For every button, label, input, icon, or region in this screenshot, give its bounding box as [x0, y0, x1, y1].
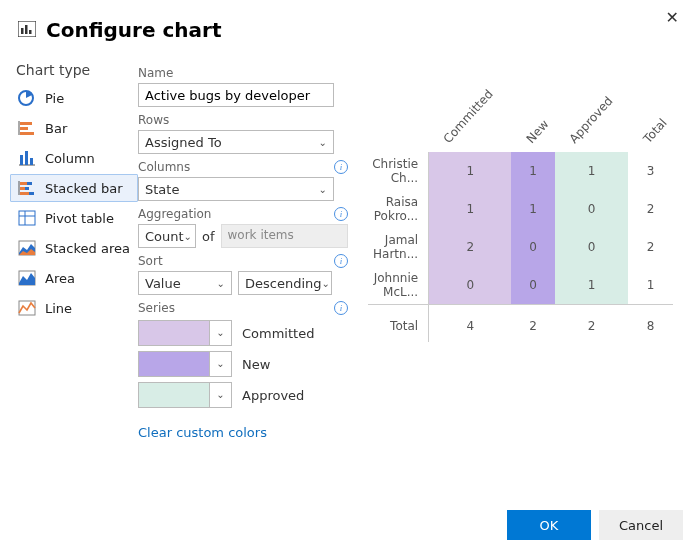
chevron-down-icon: ⌄: [217, 278, 225, 289]
cell: 0: [555, 190, 629, 228]
chart-type-label: Stacked area: [45, 241, 130, 256]
cancel-button[interactable]: Cancel: [599, 510, 683, 540]
svg-rect-12: [30, 158, 33, 165]
row-header-total: Total: [368, 304, 429, 342]
name-label: Name: [138, 66, 348, 80]
ok-button[interactable]: OK: [507, 510, 591, 540]
svg-rect-3: [29, 30, 32, 34]
col-header: Approved: [566, 94, 615, 146]
color-swatch: [139, 321, 209, 345]
cell: 0: [555, 228, 629, 266]
of-value: work items: [221, 224, 348, 248]
series-color-approved[interactable]: ⌄: [138, 382, 232, 408]
table-row: Christie Ch... 1 1 1 3: [368, 152, 673, 190]
chevron-down-icon: ⌄: [209, 383, 231, 407]
svg-rect-14: [20, 182, 27, 185]
cell-total: 2: [555, 304, 629, 342]
chevron-down-icon: ⌄: [319, 137, 327, 148]
chart-type-stacked-area[interactable]: Stacked area: [10, 234, 138, 262]
svg-rect-10: [20, 155, 23, 165]
chart-type-label: Bar: [45, 121, 67, 136]
info-icon[interactable]: i: [334, 207, 348, 221]
name-input[interactable]: [138, 83, 334, 107]
series-name: New: [242, 357, 270, 372]
info-icon[interactable]: i: [334, 301, 348, 315]
chart-type-line[interactable]: Line: [10, 294, 138, 322]
clear-custom-colors-link[interactable]: Clear custom colors: [138, 425, 267, 440]
cell: 1: [511, 152, 554, 190]
rows-label: Rows: [138, 113, 348, 127]
info-icon[interactable]: i: [334, 160, 348, 174]
row-header: Jamal Hartn...: [368, 228, 429, 266]
rows-value: Assigned To: [145, 135, 222, 150]
cell: 0: [511, 266, 554, 304]
chevron-down-icon: ⌄: [322, 278, 330, 289]
table-total-row: Total 4 2 2 8: [368, 304, 673, 342]
chart-type-label: Pivot table: [45, 211, 114, 226]
sort-direction-select[interactable]: Descending ⌄: [238, 271, 332, 295]
cell: 1: [429, 152, 512, 190]
columns-value: State: [145, 182, 179, 197]
pivot-table-preview: Committed New Approved Total Christie Ch…: [368, 94, 673, 342]
chart-preview: Committed New Approved Total Christie Ch…: [348, 54, 673, 440]
cell: 0: [511, 228, 554, 266]
chart-type-area[interactable]: Area: [10, 264, 138, 292]
row-header: Johnnie McL...: [368, 266, 429, 304]
svg-rect-19: [29, 192, 34, 195]
chart-type-column[interactable]: Column: [10, 144, 138, 172]
cell-total: 3: [628, 152, 673, 190]
aggregation-select[interactable]: Count ⌄: [138, 224, 196, 248]
svg-rect-20: [19, 211, 35, 225]
chart-type-pie[interactable]: Pie: [10, 84, 138, 112]
pivot-table-icon: [17, 209, 37, 227]
series-color-new[interactable]: ⌄: [138, 351, 232, 377]
series-color-committed[interactable]: ⌄: [138, 320, 232, 346]
info-icon[interactable]: i: [334, 254, 348, 268]
row-header: Christie Ch...: [368, 152, 429, 190]
svg-rect-18: [20, 192, 29, 195]
chevron-down-icon: ⌄: [319, 184, 327, 195]
of-label: of: [202, 229, 215, 244]
svg-rect-6: [20, 122, 32, 125]
table-row: Jamal Hartn... 2 0 0 2: [368, 228, 673, 266]
stacked-bar-icon: [17, 179, 37, 197]
chevron-down-icon: ⌄: [209, 321, 231, 345]
rows-select[interactable]: Assigned To ⌄: [138, 130, 334, 154]
table-row: Johnnie McL... 0 0 1 1: [368, 266, 673, 304]
color-swatch: [139, 383, 209, 407]
sort-direction-value: Descending: [245, 276, 322, 291]
chart-type-heading: Chart type: [16, 62, 138, 78]
cell: 1: [511, 190, 554, 228]
svg-rect-7: [20, 127, 28, 130]
chevron-down-icon: ⌄: [184, 231, 192, 242]
chart-type-bar[interactable]: Bar: [10, 114, 138, 142]
cell: 0: [429, 266, 512, 304]
cell-total: 2: [628, 228, 673, 266]
sort-by-select[interactable]: Value ⌄: [138, 271, 232, 295]
dialog-title: Configure chart: [46, 18, 221, 42]
columns-select[interactable]: State ⌄: [138, 177, 334, 201]
col-header: Total: [640, 116, 669, 146]
chart-type-stacked-bar[interactable]: Stacked bar: [10, 174, 138, 202]
svg-rect-16: [20, 187, 25, 190]
cell-total: 2: [628, 190, 673, 228]
series-label: Series: [138, 301, 175, 315]
chart-type-label: Column: [45, 151, 95, 166]
chart-type-pivot-table[interactable]: Pivot table: [10, 204, 138, 232]
cell-total: 8: [628, 304, 673, 342]
chart-icon: [18, 21, 36, 40]
chart-type-list: Chart type Pie Bar Column Stacked bar: [10, 54, 138, 440]
stacked-area-icon: [17, 239, 37, 257]
svg-rect-17: [25, 187, 29, 190]
pie-icon: [17, 89, 37, 107]
cell: 1: [555, 152, 629, 190]
cell: 2: [429, 228, 512, 266]
bar-icon: [17, 119, 37, 137]
svg-rect-8: [20, 132, 34, 135]
chart-type-label: Pie: [45, 91, 64, 106]
close-icon[interactable]: ✕: [662, 4, 683, 31]
color-swatch: [139, 352, 209, 376]
cell-total: 2: [511, 304, 554, 342]
cell-total: 1: [628, 266, 673, 304]
col-header: New: [524, 117, 552, 146]
